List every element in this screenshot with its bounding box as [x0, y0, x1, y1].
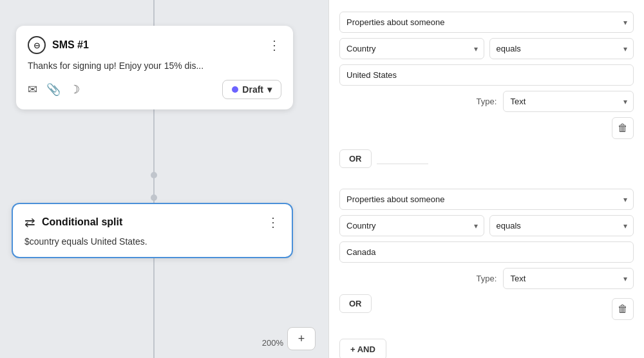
- filter-condition-row-2: Country equals: [339, 215, 634, 236]
- type-select-1[interactable]: Text: [503, 91, 634, 112]
- sms-menu-button[interactable]: ⋮: [268, 39, 281, 52]
- type-label-1: Type:: [477, 97, 497, 106]
- split-icon: ⇄: [24, 214, 35, 230]
- equals-select-2[interactable]: equals: [489, 215, 634, 236]
- split-title: Conditional split: [42, 216, 122, 228]
- country-select-wrapper-2: Country: [339, 215, 484, 236]
- properties-select-wrapper-2: Properties about someone: [339, 189, 634, 210]
- draft-dot: [232, 86, 238, 93]
- connector-dot-mid: [151, 194, 157, 201]
- delete-row-1: 🗑: [339, 117, 634, 139]
- properties-select-2[interactable]: Properties about someone: [339, 189, 634, 210]
- and-button[interactable]: + AND: [339, 339, 386, 358]
- attachment-icon: 📎: [46, 82, 61, 97]
- or-button-2[interactable]: OR: [339, 294, 372, 313]
- draft-label: Draft: [242, 84, 263, 95]
- type-row-2: Type: Text: [339, 268, 634, 289]
- split-menu-button[interactable]: ⋮: [267, 216, 280, 229]
- country-select-1[interactable]: Country: [339, 38, 484, 59]
- draft-button[interactable]: Draft ▾: [222, 80, 281, 99]
- sms-icon: ⊖: [28, 36, 46, 54]
- split-body: $country equals United States.: [24, 236, 280, 247]
- sms-icons-row: ✉ 📎 ☽: [28, 82, 80, 97]
- delete-button-2[interactable]: 🗑: [612, 298, 634, 320]
- draft-chevron: ▾: [267, 84, 272, 95]
- value-input-1[interactable]: [339, 64, 634, 86]
- filter-group-1: Properties about someone Country equals …: [339, 12, 634, 139]
- right-panel: Properties about someone Country equals …: [328, 0, 644, 358]
- properties-select-1[interactable]: Properties about someone: [339, 12, 634, 33]
- sms-body-text: Thanks for signing up! Enjoy your 15% di…: [28, 61, 281, 71]
- split-card: ⇄ Conditional split ⋮ $country equals Un…: [12, 203, 293, 258]
- value-input-2[interactable]: [339, 241, 634, 263]
- type-select-wrapper-1: Text: [503, 91, 634, 112]
- moon-icon: ☽: [70, 82, 80, 97]
- filter-condition-row-1: Country equals: [339, 38, 634, 59]
- zoom-level: 200%: [262, 338, 283, 348]
- or-button-1[interactable]: OR: [339, 149, 372, 168]
- filter-group-2: Properties about someone Country equals …: [339, 189, 634, 323]
- properties-select-wrapper-1: Properties about someone: [339, 12, 634, 33]
- zoom-plus-button[interactable]: +: [287, 327, 316, 350]
- type-row-1: Type: Text: [339, 91, 634, 112]
- equals-select-wrapper-2: equals: [489, 215, 634, 236]
- split-card-header: ⇄ Conditional split ⋮: [24, 214, 280, 230]
- second-group-or-row: OR 🗑: [339, 294, 634, 323]
- equals-select-1[interactable]: equals: [489, 38, 634, 59]
- type-label-2: Type:: [477, 274, 497, 283]
- sms-card: ⊖ SMS #1 ⋮ Thanks for signing up! Enjoy …: [16, 26, 293, 109]
- or-row-1: OR: [339, 149, 634, 178]
- left-panel: ⊖ SMS #1 ⋮ Thanks for signing up! Enjoy …: [0, 0, 328, 358]
- sms-title: SMS #1: [52, 39, 89, 51]
- type-select-2[interactable]: Text: [503, 268, 634, 289]
- type-select-wrapper-2: Text: [503, 268, 634, 289]
- connector-dot-top: [151, 172, 157, 178]
- delete-button-1[interactable]: 🗑: [612, 117, 634, 139]
- equals-select-wrapper-1: equals: [489, 38, 634, 59]
- sms-card-header: ⊖ SMS #1 ⋮: [28, 36, 281, 54]
- email-icon: ✉: [28, 82, 37, 97]
- or-divider-line-1: [377, 164, 428, 164]
- country-select-wrapper-1: Country: [339, 38, 484, 59]
- sms-card-footer: ✉ 📎 ☽ Draft ▾: [28, 80, 281, 99]
- country-select-2[interactable]: Country: [339, 215, 484, 236]
